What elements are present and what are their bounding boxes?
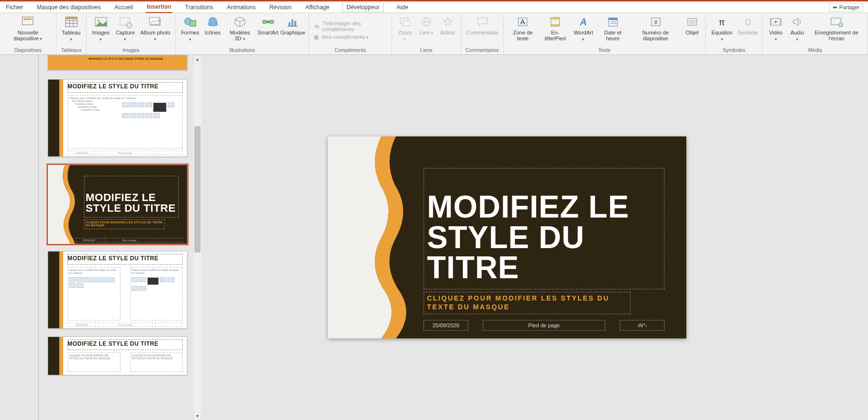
thumbnails-list[interactable]: MODIFIEZ LE STYLE DES SOUS-TITRES DU MAS…	[0, 55, 193, 420]
addins-icon: ▦	[314, 34, 319, 40]
slide-thumb-4[interactable]: MODIFIEZ LE STYLE DU TITRE Cliquez pour …	[48, 251, 187, 329]
tab-aide[interactable]: Aide	[395, 1, 409, 13]
date-heure-button[interactable]: Date et heure	[596, 14, 629, 42]
slide-thumb-2[interactable]: MODIFIEZ LE STYLE DU TITRE Cliquez pour …	[48, 79, 187, 157]
subtitle-placeholder[interactable]: CLIQUEZ POUR MODIFIER LES STYLES DU TEXT…	[424, 292, 630, 314]
zoom-icon	[399, 15, 411, 29]
video-button[interactable]: Vidéo	[766, 14, 786, 43]
tab-transitions[interactable]: Transitions	[184, 1, 214, 13]
audio-icon	[791, 15, 803, 29]
audio-button[interactable]: Audio	[787, 14, 807, 43]
scroll-thumb[interactable]	[194, 126, 201, 252]
thumbnails-panel: MODIFIEZ LE STYLE DES SOUS-TITRES DU MAS…	[0, 55, 202, 420]
slide-editor[interactable]: MODIFIEZ LE STYLE DU TITRE CLIQUEZ POUR …	[328, 136, 686, 338]
my-addins: ▦ Mes compléments	[313, 34, 387, 41]
scroll-down-button[interactable]: ▼	[193, 412, 202, 420]
audio-label: Audio	[789, 30, 805, 42]
modeles3d-button[interactable]: Modèles 3D	[224, 14, 256, 43]
wordart-label: WordArt	[573, 30, 594, 42]
slide-thumb-3-selected[interactable]: MODIFIEZ LESTYLE DU TITRE CLIQUEZ POUR M…	[48, 165, 187, 244]
share-icon: ➦	[833, 4, 837, 11]
album-button[interactable]: Album photo	[138, 14, 172, 43]
zone-texte-button[interactable]: A Zone de texte	[507, 14, 540, 42]
graphique-label: Graphique	[280, 30, 305, 35]
cube-icon	[233, 15, 247, 29]
tab-strip: Fichier Masque des diapositives Accueil …	[0, 1, 868, 13]
zone-texte-label: Zone de texte	[509, 30, 538, 41]
store-icon: 🛍	[314, 23, 319, 29]
formes-label: Formes	[181, 30, 200, 42]
svg-rect-19	[263, 20, 267, 23]
symbol-icon: Ω	[742, 15, 754, 29]
svg-marker-22	[267, 22, 270, 23]
group-label-media: Média	[808, 46, 822, 54]
svg-text:#: #	[654, 19, 657, 26]
slide-thumb-1[interactable]: MODIFIEZ LE STYLE DES SOUS-TITRES DU MAS…	[48, 55, 187, 70]
images-button[interactable]: Images	[89, 14, 112, 43]
share-button[interactable]: ➦ Partager	[829, 3, 863, 12]
group-label-complements: Compléments	[335, 46, 366, 54]
tab-affichage[interactable]: Affichage	[304, 1, 330, 13]
new-slide-button[interactable]: Nouvelle diapositive	[3, 14, 53, 43]
symbole-label: Symbole	[737, 30, 758, 35]
date-icon	[607, 15, 619, 29]
group-label-illustrations: Illustrations	[229, 46, 255, 54]
graphique-button[interactable]: Graphique	[280, 14, 306, 36]
tab-animations[interactable]: Animations	[226, 1, 256, 13]
svg-rect-23	[289, 22, 290, 26]
commentaire-label: Commentaire	[466, 30, 498, 35]
slide-subtitle[interactable]: CLIQUEZ POUR MODIFIER LES STYLES DU TEXT…	[427, 294, 627, 311]
action-label: Action	[440, 30, 455, 35]
slide-title[interactable]: MODIFIEZ LE STYLE DU TITRE	[427, 192, 664, 283]
my-addins-label: Mes compléments	[322, 34, 369, 40]
slide-thumb-5[interactable]: MODIFIEZ LE STYLE DU TITRE CLIQUEZ POUR …	[48, 336, 187, 375]
group-texte: A Zone de texte En-tête/Pied A WordArt D…	[504, 13, 706, 54]
equation-button[interactable]: π Équation	[709, 14, 735, 43]
tab-revision[interactable]: Révision	[268, 1, 292, 13]
group-label-images: Images	[122, 46, 139, 54]
objet-button[interactable]: Objet	[682, 14, 702, 36]
svg-text:+: +	[840, 23, 842, 27]
thumb3-subtitle: CLIQUEZ POUR MODIFIER LES STYLES DU TEXT…	[85, 221, 163, 227]
thumbnails-scrollbar[interactable]: ▲ ▼	[193, 55, 202, 420]
tableau-label: Tableau	[61, 30, 81, 42]
group-label-tableaux: Tableaux	[61, 46, 82, 54]
group-label-diapositives: Diapositives	[14, 46, 42, 54]
tab-developpeur[interactable]: Développeur	[342, 2, 384, 12]
shapes-icon	[183, 15, 197, 29]
icones-button[interactable]: Icônes	[203, 14, 223, 36]
entete-pied-button[interactable]: En-tête/Pied	[540, 14, 570, 42]
svg-rect-28	[403, 21, 410, 26]
group-symboles: π Équation Ω Symbole Symboles	[706, 13, 763, 54]
tab-masque[interactable]: Masque des diapositives	[36, 1, 102, 13]
svg-rect-7	[66, 17, 77, 19]
footer-placeholder[interactable]: Pied de page	[483, 320, 605, 331]
slide-canvas[interactable]: MODIFIEZ LE STYLE DU TITRE CLIQUEZ POUR …	[202, 55, 868, 420]
tab-insertion[interactable]: Insertion	[146, 1, 172, 13]
slidenum-icon: #	[649, 15, 662, 29]
scroll-up-button[interactable]: ▲	[193, 55, 202, 63]
group-liens: Zoom Lien Action Liens	[392, 13, 461, 54]
chart-icon	[286, 15, 300, 29]
modeles3d-label: Modèles 3D	[226, 30, 254, 42]
wordart-button[interactable]: A WordArt	[571, 14, 596, 43]
title-placeholder[interactable]: MODIFIEZ LE STYLE DU TITRE	[424, 168, 664, 289]
scroll-track[interactable]	[193, 63, 202, 412]
tab-fichier[interactable]: Fichier	[5, 1, 24, 13]
thumb1-subtitle: MODIFIEZ LE STYLE DES SOUS-TITRES DU MAS…	[79, 57, 173, 60]
tab-accueil[interactable]: Accueil	[113, 1, 134, 13]
numero-label: Numéro de diapositive	[632, 30, 679, 41]
group-commentaires: Commentaire Commentaires	[461, 13, 504, 54]
formes-button[interactable]: Formes	[179, 14, 202, 43]
enregistrement-button[interactable]: + Enregistrement de l'écran	[808, 14, 865, 42]
numero-button[interactable]: # Numéro de diapositive	[630, 14, 681, 42]
workspace: MODIFIEZ LE STYLE DES SOUS-TITRES DU MAS…	[0, 55, 868, 420]
svg-point-9	[97, 20, 100, 22]
tableau-button[interactable]: Tableau	[59, 14, 83, 43]
smartart-button[interactable]: SmartArt	[257, 14, 279, 36]
date-placeholder[interactable]: 25/09/2020	[424, 320, 468, 331]
slidenumber-placeholder[interactable]: ‹N°›	[620, 320, 664, 331]
screenshot-icon: +	[119, 15, 132, 29]
capture-button[interactable]: + Capture	[113, 14, 137, 43]
svg-marker-52	[775, 20, 778, 23]
